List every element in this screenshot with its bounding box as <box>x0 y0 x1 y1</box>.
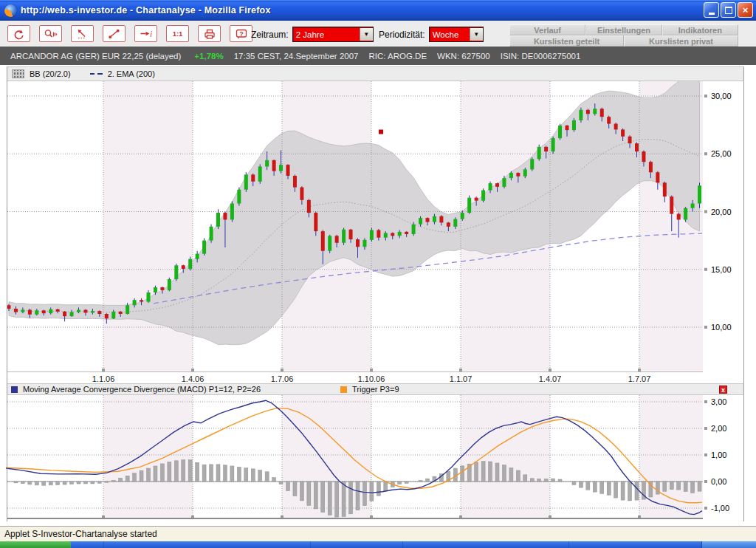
help-button[interactable]: ? <box>230 25 252 42</box>
svg-text:30,00: 30,00 <box>711 92 732 100</box>
svg-text:1.4.07: 1.4.07 <box>539 374 562 383</box>
refresh-button[interactable] <box>7 25 30 42</box>
nav-button-einstellungen[interactable]: Einstellungen <box>585 24 662 35</box>
chevron-down-icon[interactable]: ▼ <box>360 28 373 41</box>
periodizitaet-select[interactable]: Woche ▼ <box>429 27 484 42</box>
zeitraum-value: 2 Jahre <box>293 30 360 39</box>
macd-legend: Moving Average Convergence Divergence (M… <box>7 383 744 395</box>
wkn-code: WKN: 627500 <box>437 52 490 61</box>
periodizitaet-label: Periodizität: <box>379 30 425 40</box>
windows-taskbar[interactable] <box>0 541 756 548</box>
restore-button[interactable] <box>721 2 736 18</box>
info-arrow-button[interactable]: i <box>134 25 157 42</box>
nav-button-verlauf[interactable]: Verlauf <box>509 24 585 35</box>
chart-toolbar: i1:1? Zeitraum: 2 Jahre ▼ Periodizität: … <box>0 21 756 47</box>
svg-text:25,00: 25,00 <box>711 149 732 158</box>
status-bar: Applet S-Investor-Chartanalyse started <box>0 526 756 541</box>
change-percent: +1,78% <box>194 52 223 61</box>
close-button[interactable]: × <box>738 2 753 18</box>
svg-text:2,00: 2,00 <box>711 424 726 433</box>
zoom-icon <box>44 28 58 40</box>
status-text: Applet S-Investor-Chartanalyse started <box>4 529 157 539</box>
trendline-icon <box>107 28 122 40</box>
system-tray[interactable] <box>701 541 756 548</box>
svg-text:20,00: 20,00 <box>711 208 732 216</box>
zoom-button[interactable] <box>39 25 62 42</box>
firefox-window: http://web.s-investor.de - Chartanalyse … <box>0 0 756 548</box>
info-arrow-icon: i <box>139 28 154 40</box>
svg-text:3,00: 3,00 <box>711 397 726 406</box>
macd-chart[interactable]: 3,002,001,000,00-1,00 <box>0 395 756 521</box>
close-icon: × <box>743 4 749 16</box>
svg-text:?: ? <box>239 30 244 37</box>
svg-text:10,00: 10,00 <box>711 323 732 332</box>
nav-button-kurslisten-geteilt[interactable]: Kurslisten geteilt <box>509 35 624 47</box>
svg-text:1.1.07: 1.1.07 <box>450 374 472 383</box>
minimize-button[interactable] <box>704 2 719 18</box>
nav-button-block: VerlaufEinstellungenIndikatoren Kurslist… <box>509 24 738 47</box>
print-icon <box>202 28 217 40</box>
svg-text:1.10.06: 1.10.06 <box>358 374 385 383</box>
svg-text:1.4.06: 1.4.06 <box>182 374 205 383</box>
svg-text:1.7.06: 1.7.06 <box>271 374 294 383</box>
main-chart-legend: BB (20/2.0) 2. EMA (200) <box>7 66 744 81</box>
ema-swatch-icon <box>90 73 103 75</box>
isin-code: ISIN: DE0006275001 <box>501 52 581 61</box>
trigger-legend-label: Trigger P3=9 <box>352 385 399 394</box>
close-icon: x <box>721 386 725 394</box>
bollinger-legend-label: BB (20/2.0) <box>30 69 71 78</box>
svg-text:0,00: 0,00 <box>711 477 726 486</box>
restore-icon <box>725 7 732 14</box>
zeitraum-label: Zeitraum: <box>251 30 289 40</box>
instrument-info-bar: ARCANDOR AG (GER) EUR 22,25 (delayed) +1… <box>0 47 756 65</box>
start-button[interactable] <box>0 541 71 548</box>
close-indicator-button[interactable]: x <box>719 386 727 394</box>
nav-button-kurslisten-privat[interactable]: Kurslisten privat <box>624 35 738 47</box>
minimize-icon <box>709 13 715 15</box>
main-candlestick-chart[interactable]: 1.1.061.4.061.7.061.10.061.1.071.4.071.7… <box>0 81 756 383</box>
quote-datetime: 17:35 CEST, 24.September 2007 <box>234 52 359 61</box>
ema-legend-label: 2. EMA (200) <box>108 69 155 78</box>
pointer-icon <box>75 28 90 40</box>
svg-text:-1,00: -1,00 <box>711 504 729 513</box>
chevron-down-icon[interactable]: ▼ <box>470 28 483 41</box>
titlebar[interactable]: http://web.s-investor.de - Chartanalyse … <box>0 0 756 21</box>
print-button[interactable] <box>198 25 221 42</box>
zeitraum-group: Zeitraum: 2 Jahre ▼ <box>251 27 374 42</box>
ric-code: RIC: AROG.DE <box>368 52 427 61</box>
svg-text:1,00: 1,00 <box>711 451 726 459</box>
trigger-swatch-icon <box>340 386 347 393</box>
instrument-name: ARCANDOR AG (GER) EUR 22,25 (delayed) <box>10 52 181 61</box>
svg-text:15,00: 15,00 <box>711 265 732 274</box>
macd-legend-label: Moving Average Convergence Divergence (M… <box>23 385 261 394</box>
svg-text:i: i <box>150 30 152 38</box>
svg-text:1.1.06: 1.1.06 <box>92 374 115 383</box>
firefox-icon <box>4 4 17 17</box>
svg-text:1.7.07: 1.7.07 <box>628 374 651 383</box>
help-icon: ? <box>234 28 249 40</box>
one-to-one-button[interactable]: 1:1 <box>166 25 189 42</box>
bollinger-swatch-icon <box>12 69 24 78</box>
svg-text:1:1: 1:1 <box>172 30 182 38</box>
one-to-one-icon: 1:1 <box>171 28 185 40</box>
trendline-button[interactable] <box>103 25 126 42</box>
zeitraum-select[interactable]: 2 Jahre ▼ <box>292 27 374 42</box>
periodizitaet-group: Periodizität: Woche ▼ <box>379 27 484 42</box>
nav-button-indikatoren[interactable]: Indikatoren <box>662 24 738 35</box>
pointer-button[interactable] <box>71 25 94 42</box>
window-title: http://web.s-investor.de - Chartanalyse … <box>21 5 271 16</box>
refresh-icon <box>12 28 27 40</box>
periodizitaet-value: Woche <box>430 30 470 39</box>
macd-swatch-icon <box>11 386 18 393</box>
